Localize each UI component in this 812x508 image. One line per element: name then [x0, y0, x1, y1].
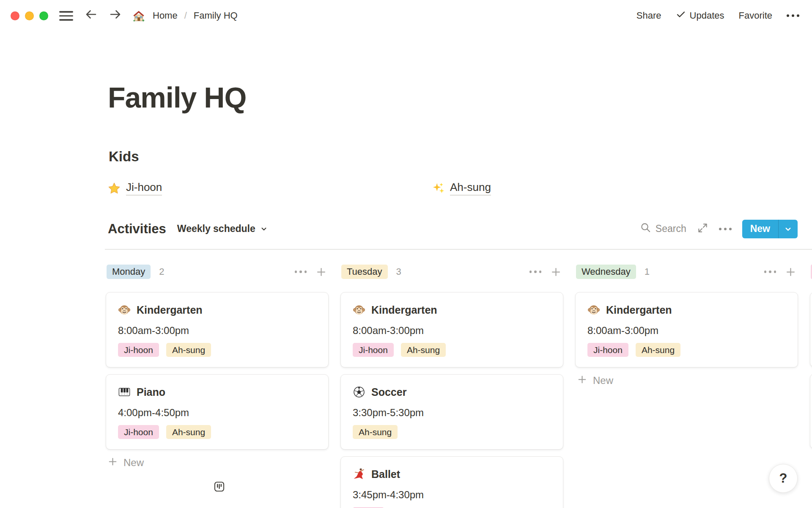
chevron-down-icon [260, 225, 268, 233]
card-time: 4:00pm-4:50pm [118, 407, 316, 419]
page-link-label: Ah-sung [450, 181, 491, 196]
card-kindergarten[interactable]: Kindergarten 8:00am-3:00pm Ji-hoon Ah-su… [575, 292, 798, 367]
expand-view-button[interactable] [697, 222, 708, 235]
kids-heading: Kids [109, 148, 139, 165]
updates-label: Updates [690, 10, 724, 21]
add-new-card-button[interactable]: New [575, 374, 798, 388]
card-piano[interactable]: Piano 4:00pm-4:50pm Ji-hoon Ah-sung [106, 374, 329, 450]
search-button[interactable]: Search [640, 222, 686, 236]
maximize-window-button[interactable] [39, 11, 48, 20]
back-button[interactable] [84, 9, 98, 23]
share-button[interactable]: Share [636, 10, 661, 21]
column-add-card-button[interactable] [550, 266, 562, 278]
piano-icon [118, 386, 131, 398]
card-title: Kindergarten [137, 304, 203, 316]
person-tag-ah-sung: Ah-sung [401, 343, 446, 357]
page-link-ji-hoon[interactable]: Ji-hoon [108, 181, 432, 196]
column-count: 1 [645, 266, 650, 277]
plus-icon [550, 266, 562, 278]
column-count: 2 [159, 266, 164, 277]
card-kindergarten[interactable]: Kindergarten 8:00am-3:00pm Ji-hoon Ah-su… [340, 292, 563, 367]
help-button[interactable]: ? [769, 464, 798, 493]
person-tag-ji-hoon: Ji-hoon [118, 343, 159, 357]
column-tag-monday[interactable]: Monday [107, 265, 151, 279]
card-title: Kindergarten [371, 304, 437, 316]
page-title: Family HQ [108, 80, 246, 115]
card-title: Soccer [371, 386, 406, 398]
column-header: Monday 2 [106, 262, 329, 281]
breadcrumb-separator: / [184, 10, 187, 21]
more-options-button[interactable] [787, 14, 799, 17]
column-tag-tuesday[interactable]: Tuesday [341, 265, 388, 279]
add-new-label: New [593, 375, 613, 387]
new-button[interactable]: New [742, 220, 778, 238]
column-tag-wednesday[interactable]: Wednesday [576, 265, 636, 279]
topbar: Home / Family HQ Share Updates Favorite [0, 0, 812, 32]
person-tag-ji-hoon: Ji-hoon [587, 343, 628, 357]
card-time: 8:00am-3:00pm [587, 325, 786, 337]
forward-arrow-icon [109, 8, 122, 24]
breadcrumb-current[interactable]: Family HQ [194, 10, 238, 21]
monkey-face-icon [587, 304, 600, 316]
menu-icon[interactable] [59, 11, 73, 20]
activities-heading: Activities [108, 221, 166, 237]
person-tag-ah-sung: Ah-sung [636, 343, 680, 357]
favorite-button[interactable]: Favorite [739, 10, 772, 21]
view-tab-weekly-schedule[interactable]: Weekly schedule [177, 223, 268, 235]
card-time: 8:00am-3:00pm [118, 325, 316, 337]
card-time: 3:30pm-5:30pm [353, 407, 551, 419]
back-arrow-icon [84, 8, 98, 24]
close-window-button[interactable] [11, 11, 19, 20]
forward-button[interactable] [109, 9, 122, 23]
plus-icon [107, 456, 118, 470]
card-time: 3:45pm-4:30pm [353, 489, 551, 501]
search-label: Search [656, 223, 686, 235]
column-header: Wednesday 1 [575, 262, 798, 281]
person-tag-ji-hoon: Ji-hoon [353, 343, 394, 357]
kid-links-row: Ji-hoon Ah-sung [108, 181, 812, 196]
updates-button[interactable]: Updates [676, 9, 724, 22]
monkey-face-icon [353, 304, 365, 316]
column-add-card-button[interactable] [785, 266, 796, 278]
new-button-group: New [742, 220, 798, 238]
card-title: Ballet [371, 468, 400, 480]
card-kindergarten[interactable]: Kindergarten 8:00am-3:00pm Ji-hoon Ah-su… [106, 292, 329, 367]
minimize-window-button[interactable] [25, 11, 34, 20]
star-icon [108, 182, 121, 195]
plus-icon [577, 374, 587, 388]
column-more-button[interactable] [295, 271, 307, 273]
chevron-down-icon [784, 225, 792, 233]
card-title: Piano [137, 386, 165, 398]
card-ballet[interactable]: Ballet 3:45pm-4:30pm [340, 456, 563, 508]
board-column-monday: Monday 2 Kindergarten 8:00am-3:00pm Ji-h… [106, 262, 329, 508]
dancer-icon [353, 468, 365, 480]
soccer-ball-icon [353, 386, 365, 398]
column-add-card-button[interactable] [315, 266, 327, 278]
plus-icon [315, 266, 327, 278]
column-more-button[interactable] [529, 271, 542, 273]
toolbar-divider [105, 249, 812, 250]
view-options-button[interactable] [719, 228, 732, 230]
column-header: Tuesday 3 [340, 262, 563, 281]
search-icon [640, 222, 651, 236]
card-soccer[interactable]: Soccer 3:30pm-5:30pm Ah-sung [340, 374, 563, 450]
card-partial[interactable] [810, 292, 812, 367]
check-icon [676, 9, 686, 22]
card-title: Kindergarten [606, 304, 672, 316]
column-more-button[interactable] [764, 271, 776, 273]
new-dropdown-button[interactable] [779, 220, 798, 238]
page-link-ah-sung[interactable]: Ah-sung [432, 181, 756, 196]
page-link-label: Ji-hoon [126, 181, 162, 196]
board-column-wednesday: Wednesday 1 Kindergarten 8:00am-3:00pm J… [575, 262, 798, 508]
breadcrumb-home[interactable]: Home [153, 10, 178, 21]
add-new-label: New [123, 457, 144, 469]
window-controls [11, 11, 48, 20]
person-tag-ah-sung: Ah-sung [166, 425, 211, 439]
sparkles-icon [432, 182, 444, 195]
card-partial[interactable] [810, 374, 812, 449]
plus-icon [785, 266, 796, 278]
column-header [810, 262, 812, 281]
add-new-card-button[interactable]: New [106, 456, 329, 470]
column-count: 3 [396, 266, 401, 277]
person-tag-ah-sung: Ah-sung [353, 425, 398, 439]
